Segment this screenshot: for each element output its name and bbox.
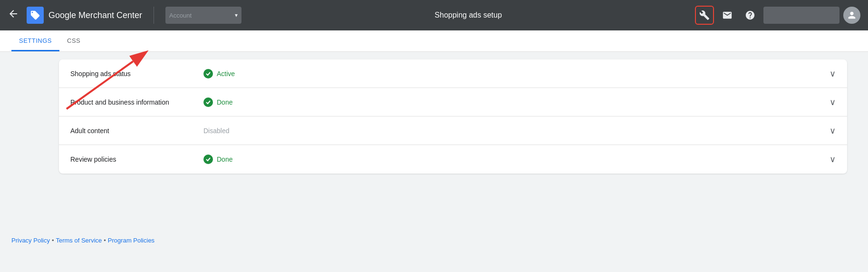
logo-icon xyxy=(27,7,44,24)
status-badge-done-2: Done xyxy=(217,155,232,163)
status-badge-done: Done xyxy=(217,98,232,106)
mail-button[interactable] xyxy=(718,6,737,25)
table-row[interactable]: Adult content Disabled ∨ xyxy=(59,117,847,145)
check-icon-done-2 xyxy=(203,155,213,164)
table-row[interactable]: Review policies Done ∨ xyxy=(59,145,847,174)
tabs-bar: SETTINGS CSS xyxy=(0,30,868,52)
terms-of-service-link[interactable]: Terms of Service xyxy=(56,237,102,244)
status-badge-disabled: Disabled xyxy=(203,127,229,135)
footer-links: Privacy Policy • Terms of Service • Prog… xyxy=(11,237,154,244)
main-content: Shopping ads status Active ∨ Product and… xyxy=(0,52,868,193)
row-value-product-info: Done xyxy=(203,97,829,107)
footer-sep-2: • xyxy=(104,237,106,244)
table-row[interactable]: Product and business information Done ∨ xyxy=(59,88,847,117)
chevron-down-icon[interactable]: ∨ xyxy=(829,126,836,136)
account-selector[interactable]: Account ▾ xyxy=(165,7,241,24)
row-value-adult-content: Disabled xyxy=(203,127,829,135)
tag-icon xyxy=(30,10,40,20)
account-selector-value: Account xyxy=(169,12,192,19)
table-row[interactable]: Shopping ads status Active ∨ xyxy=(59,59,847,88)
navbar: Google Merchant Center Account ▾ Shoppin… xyxy=(0,0,868,30)
row-label-shopping-ads: Shopping ads status xyxy=(70,70,203,78)
footer: Privacy Policy • Terms of Service • Prog… xyxy=(0,229,166,252)
search-button[interactable] xyxy=(763,7,839,24)
privacy-policy-link[interactable]: Privacy Policy xyxy=(11,237,50,244)
program-policies-link[interactable]: Program Policies xyxy=(108,237,154,244)
tab-css[interactable]: CSS xyxy=(59,30,88,51)
chevron-down-icon[interactable]: ∨ xyxy=(829,68,836,79)
check-icon-done xyxy=(203,97,213,107)
status-badge-active: Active xyxy=(217,70,235,78)
avatar-icon xyxy=(847,10,857,20)
settings-card: Shopping ads status Active ∨ Product and… xyxy=(59,59,847,174)
wrench-icon xyxy=(699,10,710,20)
row-value-shopping-ads: Active xyxy=(203,69,829,78)
chevron-down-icon: ▾ xyxy=(235,12,238,19)
mail-icon xyxy=(722,10,733,20)
content-wrapper: Shopping ads status Active ∨ Product and… xyxy=(0,52,868,256)
navbar-actions xyxy=(695,6,860,25)
settings-button[interactable] xyxy=(695,6,714,25)
checkmark-icon xyxy=(205,71,211,77)
tab-settings[interactable]: SETTINGS xyxy=(11,30,59,51)
logo: Google Merchant Center xyxy=(27,7,142,24)
logo-text: Google Merchant Center xyxy=(48,10,142,20)
footer-sep-1: • xyxy=(52,237,54,244)
user-avatar[interactable] xyxy=(843,7,860,24)
row-label-adult-content: Adult content xyxy=(70,127,203,135)
row-label-review-policies: Review policies xyxy=(70,155,203,163)
chevron-down-icon[interactable]: ∨ xyxy=(829,154,836,165)
checkmark-icon xyxy=(205,156,211,162)
help-button[interactable] xyxy=(741,6,760,25)
help-icon xyxy=(745,10,755,20)
row-label-product-info: Product and business information xyxy=(70,98,203,106)
check-icon-active xyxy=(203,69,213,78)
page-title: Shopping ads setup xyxy=(247,11,689,19)
chevron-down-icon[interactable]: ∨ xyxy=(829,97,836,107)
checkmark-icon xyxy=(205,99,211,105)
row-value-review-policies: Done xyxy=(203,155,829,164)
back-button[interactable] xyxy=(8,8,19,22)
navbar-divider xyxy=(154,7,154,24)
